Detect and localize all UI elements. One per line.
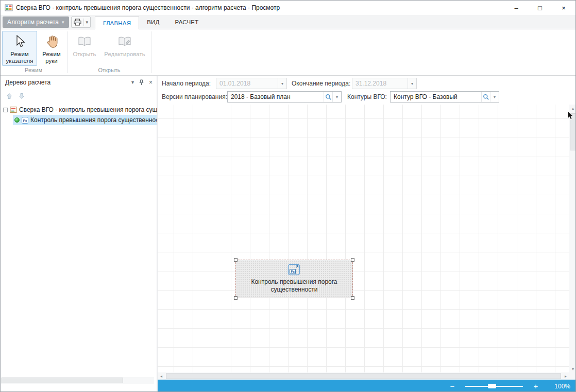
move-down-icon: [19, 93, 25, 99]
scrollbar-thumb[interactable]: [166, 373, 561, 379]
maximize-button[interactable]: □: [528, 1, 552, 15]
resize-handle-top-left[interactable]: [234, 258, 238, 262]
tree-panel-header: Дерево расчета ▾ ×: [1, 76, 157, 89]
svg-text:Fx: Fx: [23, 118, 27, 122]
zoom-slider-thumb[interactable]: [488, 384, 496, 388]
chevron-down-icon[interactable]: ▾: [332, 92, 341, 102]
chevron-down-icon[interactable]: ▾: [131, 80, 134, 85]
period-start-value: 01.01.2018: [216, 80, 278, 87]
print-button[interactable]: ▾: [71, 16, 91, 28]
tree-row-selected[interactable]: Fx Контроль превышения порога существенн…: [1, 115, 157, 125]
green-status-icon: [14, 117, 20, 123]
collapse-icon[interactable]: −: [3, 108, 8, 112]
zoom-out-button[interactable]: −: [449, 382, 456, 390]
tab-glavnaya[interactable]: ГЛАВНАЯ: [95, 16, 139, 29]
period-start-label: Начало периода:: [162, 78, 211, 89]
svg-text:Fx: Fx: [291, 270, 295, 274]
node-label: Контроль превышения порога существенност…: [240, 278, 349, 294]
zoom-slider[interactable]: [465, 380, 523, 392]
move-up-icon: [6, 93, 12, 99]
cursor-arrow-icon: [14, 34, 25, 49]
resize-handle-top-right[interactable]: [351, 258, 354, 262]
canvas-vertical-scrollbar[interactable]: ▴ ▾: [569, 105, 576, 372]
open-button: Открыть: [70, 31, 99, 66]
edit-button-label: Редактировать: [104, 51, 145, 58]
zoom-in-button[interactable]: +: [532, 382, 539, 390]
plan-version-label: Версии планирования:: [162, 91, 227, 103]
pointer-mode-button[interactable]: Режим указателя: [2, 31, 37, 66]
hand-mode-button[interactable]: Режим руки: [38, 31, 65, 66]
ribbon-group-otkryt: Открыть Редактировать Открыть: [68, 29, 150, 75]
app-menu-button[interactable]: Алгоритм расчета ▾: [3, 16, 69, 28]
minimize-button[interactable]: –: [504, 1, 528, 15]
diagram-canvas[interactable]: Fx Контроль превышения порога существенн…: [158, 105, 569, 372]
period-end-label: Окончание периода:: [292, 78, 350, 89]
chevron-down-icon[interactable]: ▾: [490, 92, 499, 102]
search-icon[interactable]: [481, 92, 490, 102]
window-controls: – □ ×: [504, 1, 575, 15]
scroll-right-icon[interactable]: ▸: [562, 372, 569, 380]
chevron-down-icon: ▾: [83, 19, 89, 26]
close-icon[interactable]: ×: [149, 79, 153, 86]
diagram-panel: Начало периода: 01.01.2018 ▾ Окончание п…: [158, 76, 576, 380]
edit-book-icon: [118, 34, 131, 49]
period-end-field: 31.12.2018 ▾: [352, 78, 417, 89]
fx-block-icon: Fx: [287, 264, 301, 276]
ribbon-group-separator: [67, 31, 67, 73]
scroll-up-icon[interactable]: ▴: [569, 105, 576, 112]
vgo-contour-combobox[interactable]: Контур ВГО - Базовый ▾: [390, 91, 499, 103]
scrollbar-thumb[interactable]: [570, 113, 576, 150]
chevron-down-icon: ▾: [408, 78, 416, 89]
vgo-contour-label: Контуры ВГО:: [347, 91, 387, 103]
app-window: Сверка ВГО - контроль превышения порога …: [0, 0, 576, 392]
app-menu-label: Алгоритм расчета: [7, 19, 59, 26]
ribbon-tab-row: Алгоритм расчета ▾ ▾ ГЛАВНАЯ ВИД РАСЧЕТ: [1, 15, 575, 29]
group-caption-rezhim: Режим: [2, 66, 65, 75]
period-start-field: 01.01.2018 ▾: [216, 78, 287, 89]
open-button-label: Открыть: [73, 51, 96, 58]
resize-handle-bottom-right[interactable]: [351, 296, 354, 300]
window-title: Сверка ВГО - контроль превышения порога …: [16, 4, 280, 11]
tree-row[interactable]: − Сверка ВГО - контроль превышения порог…: [1, 105, 157, 115]
plan-version-value: 2018 - Базовый план: [228, 93, 324, 100]
ribbon-group-rezhim: Режим указателя Режим руки Режим: [1, 29, 66, 75]
tree-horizontal-scrollbar[interactable]: [1, 377, 154, 384]
parameters-toolbar: Начало периода: 01.01.2018 ▾ Окончание п…: [158, 76, 576, 105]
tab-raschet[interactable]: РАСЧЕТ: [167, 16, 207, 29]
canvas-horizontal-scrollbar[interactable]: ◂ ▸: [158, 372, 569, 380]
resize-handle-bottom-left[interactable]: [234, 296, 238, 300]
tree-panel: Дерево расчета ▾ × − Св: [1, 76, 157, 391]
printer-icon: [74, 19, 81, 26]
close-button[interactable]: ×: [552, 1, 575, 15]
hand-mode-label: Режим руки: [41, 51, 62, 64]
scrollbar-corner: [569, 372, 576, 380]
group-caption-otkryt: Открыть: [69, 66, 149, 75]
edit-button: Редактировать: [100, 31, 149, 66]
chevron-down-icon: ▾: [278, 78, 286, 89]
zoom-level: 100%: [552, 383, 570, 390]
statusbar: − + 100%: [158, 380, 576, 392]
app-icon: [5, 4, 13, 12]
tree-panel-title: Дерево расчета: [5, 79, 131, 86]
tree-root-label: Сверка ВГО - контроль превышения порога …: [19, 106, 157, 113]
fx-node-icon: Fx: [22, 117, 28, 124]
chevron-down-icon: ▾: [62, 20, 64, 25]
calculation-tree: − Сверка ВГО - контроль превышения порог…: [1, 103, 157, 125]
tree-toolbar: [1, 89, 157, 103]
period-end-value: 31.12.2018: [352, 80, 408, 87]
plan-version-combobox[interactable]: 2018 - Базовый план ▾: [227, 91, 342, 103]
tab-vid[interactable]: ВИД: [139, 16, 167, 29]
open-book-icon: [78, 34, 91, 49]
scroll-down-icon[interactable]: ▾: [569, 365, 576, 372]
ribbon-group-separator: [151, 31, 151, 73]
tree-child-label: Контроль превышения порога существенност…: [30, 116, 157, 124]
titlebar: Сверка ВГО - контроль превышения порога …: [1, 1, 575, 15]
pointer-mode-label: Режим указателя: [5, 51, 35, 64]
vgo-contour-value: Контур ВГО - Базовый: [391, 93, 481, 100]
scrollbar-thumb[interactable]: [2, 378, 123, 383]
diagram-node-selected[interactable]: Fx Контроль превышения порога существенн…: [235, 260, 353, 298]
algorithm-icon: [10, 106, 17, 113]
pin-icon[interactable]: [139, 79, 144, 86]
search-icon[interactable]: [324, 92, 332, 102]
scroll-left-icon[interactable]: ◂: [158, 372, 165, 380]
